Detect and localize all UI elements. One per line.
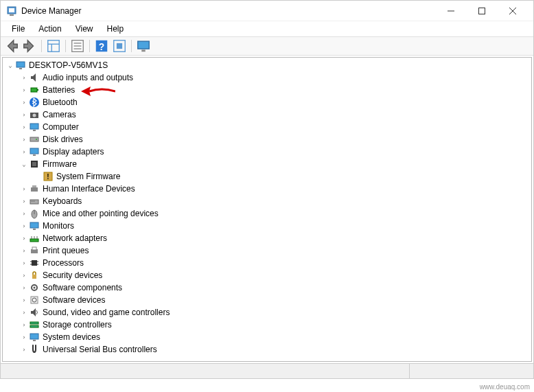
menu-view[interactable]: View — [69, 23, 100, 35]
expander-icon[interactable]: ⌄ — [19, 161, 29, 168]
window-title: Device Manager — [21, 6, 435, 16]
expander-icon[interactable]: › — [19, 74, 29, 81]
svg-rect-53 — [32, 260, 37, 266]
tree-item-label: Audio inputs and outputs — [43, 73, 133, 82]
svg-rect-37 — [31, 187, 38, 192]
forward-button[interactable] — [21, 38, 38, 54]
tree-item-label: Processors — [43, 258, 84, 268]
svg-point-60 — [34, 287, 36, 289]
tree-item[interactable]: ›Keyboards — [4, 195, 530, 207]
tree-item[interactable]: ›Bluetooth — [4, 96, 530, 108]
device-category-icon — [29, 183, 40, 194]
show-hide-tree-button[interactable] — [45, 38, 62, 54]
tree-item[interactable]: ›Human Interface Devices — [4, 183, 530, 195]
tree-item[interactable]: ⌄Firmware — [4, 158, 530, 170]
expander-icon[interactable]: › — [19, 272, 29, 279]
device-manager-window: Device Manager File Action View Help ? ⌄… — [0, 0, 534, 379]
tree-root-label: DESKTOP-V56MV1S — [29, 60, 108, 70]
tree-item-label: Mice and other pointing devices — [43, 209, 159, 218]
toolbar-separator — [89, 40, 90, 52]
expander-icon[interactable]: › — [19, 124, 29, 130]
expander-icon[interactable]: › — [19, 334, 29, 341]
expander-icon[interactable]: › — [19, 87, 29, 93]
device-category-icon — [29, 97, 40, 108]
tree-item[interactable]: ›Computer — [4, 121, 530, 133]
maximize-button[interactable] — [466, 1, 497, 21]
status-panel — [410, 364, 533, 378]
tree-item[interactable]: ›Mice and other pointing devices — [4, 207, 530, 220]
monitor-button[interactable] — [135, 38, 152, 54]
tree-item[interactable]: ›Monitors — [4, 220, 530, 232]
svg-rect-66 — [33, 340, 36, 341]
device-icon: ! — [43, 171, 54, 182]
device-category-icon — [29, 245, 40, 256]
tree-root[interactable]: ⌄DESKTOP-V56MV1S — [4, 59, 530, 71]
tree-item-label: Software components — [43, 283, 122, 292]
tree-item[interactable]: ›Disk drives — [4, 133, 530, 146]
expander-icon[interactable]: › — [19, 148, 29, 155]
scan-hardware-button[interactable] — [111, 38, 128, 54]
tree-item[interactable]: ›System devices — [4, 331, 530, 343]
expander-icon[interactable]: › — [19, 99, 29, 106]
expander-icon[interactable]: › — [19, 309, 29, 316]
properties-button[interactable] — [69, 38, 86, 54]
tree-item-label: Cameras — [43, 110, 76, 119]
tree-item[interactable]: !System Firmware — [4, 170, 530, 183]
expander-icon[interactable]: › — [19, 222, 29, 229]
expander-icon[interactable]: › — [19, 136, 29, 143]
svg-rect-58 — [32, 275, 36, 279]
status-panel — [1, 364, 410, 378]
device-tree[interactable]: ⌄DESKTOP-V56MV1S›Audio inputs and output… — [2, 57, 532, 362]
device-category-icon — [29, 344, 40, 355]
computer-icon — [15, 60, 26, 71]
minimize-button[interactable] — [435, 1, 466, 21]
expander-icon[interactable]: › — [19, 210, 29, 217]
tree-item[interactable]: ›Batteries — [4, 84, 530, 96]
svg-rect-67 — [32, 345, 34, 346]
tree-item[interactable]: ›Storage controllers — [4, 319, 530, 331]
tree-item[interactable]: ›Print queues — [4, 244, 530, 257]
svg-rect-68 — [35, 345, 36, 346]
device-category-icon — [29, 134, 40, 145]
expander-icon[interactable]: › — [19, 247, 29, 254]
expander-icon[interactable]: › — [19, 235, 29, 242]
tree-item[interactable]: ›Universal Serial Bus controllers — [4, 343, 530, 356]
expander-icon[interactable]: › — [19, 346, 29, 353]
device-category-icon — [29, 196, 40, 207]
tree-item-label: Display adapters — [43, 147, 104, 157]
tree-item[interactable]: ›Network adapters — [4, 232, 530, 244]
svg-text:?: ? — [99, 42, 104, 52]
tree-item[interactable]: ›Audio inputs and outputs — [4, 71, 530, 84]
tree-item[interactable]: ›Software devices — [4, 294, 530, 306]
tree-item[interactable]: ›Cameras — [4, 108, 530, 121]
menu-action[interactable]: Action — [32, 23, 68, 35]
svg-rect-23 — [37, 89, 38, 91]
menu-help[interactable]: Help — [100, 23, 131, 35]
close-button[interactable] — [497, 1, 528, 21]
tree-item[interactable]: ›Security devices — [4, 269, 530, 281]
expander-icon[interactable]: ⌄ — [5, 62, 15, 69]
svg-rect-32 — [33, 154, 36, 156]
tree-item[interactable]: ›Display adapters — [4, 146, 530, 158]
expander-icon[interactable]: › — [19, 260, 29, 266]
device-category-icon — [29, 233, 40, 244]
expander-icon[interactable]: › — [19, 111, 29, 118]
device-category-icon — [29, 109, 40, 120]
expander-icon[interactable]: › — [19, 297, 29, 303]
help-button[interactable]: ? — [93, 38, 110, 54]
tree-item[interactable]: ›Processors — [4, 257, 530, 269]
expander-icon[interactable]: › — [19, 198, 29, 205]
expander-icon[interactable]: › — [19, 284, 29, 291]
menu-file[interactable]: File — [5, 23, 32, 35]
app-icon — [6, 5, 17, 16]
tree-item[interactable]: ›Software components — [4, 281, 530, 294]
tree-item[interactable]: ›Sound, video and game controllers — [4, 306, 530, 319]
tree-item-label: Universal Serial Bus controllers — [43, 345, 157, 354]
back-button[interactable] — [3, 38, 20, 54]
svg-rect-63 — [30, 322, 38, 324]
svg-rect-39 — [30, 200, 38, 204]
device-category-icon — [29, 122, 40, 132]
device-category-icon — [29, 159, 40, 170]
expander-icon[interactable]: › — [19, 321, 29, 328]
expander-icon[interactable]: › — [19, 185, 29, 192]
